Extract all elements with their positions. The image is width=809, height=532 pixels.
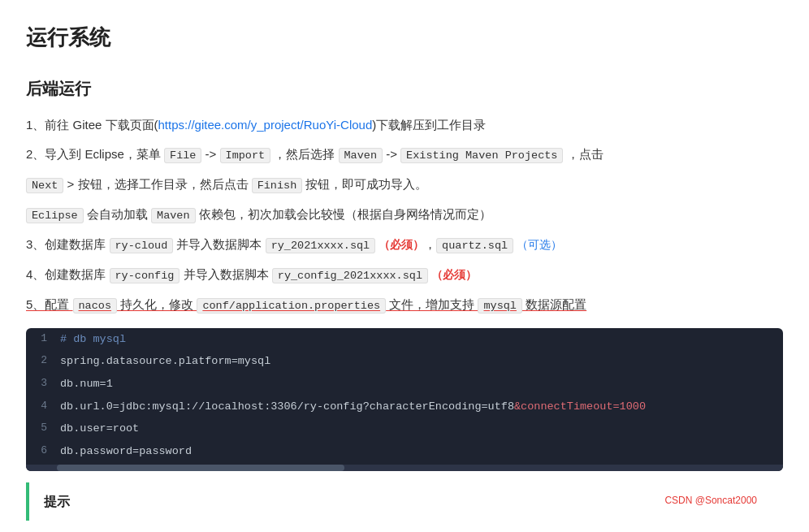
item2-code-existing: Existing Maven Projects — [400, 148, 563, 163]
code-line-6: 6 db.password=password — [26, 440, 783, 463]
item5-code2: conf/application.properties — [197, 298, 386, 314]
item3-code3: quartz.sql — [436, 238, 513, 253]
item2-code-import: Import — [220, 148, 271, 163]
item3-code1: ry-cloud — [110, 238, 174, 253]
item5-mid2: 文件，增加支持 — [386, 297, 478, 311]
code-block: 1 # db mysql 2 spring.datasource.platfor… — [26, 328, 783, 471]
section-heading: 后端运行 — [26, 75, 783, 102]
csdn-badge: CSDN @Soncat2000 — [664, 492, 757, 508]
item-4: 4、创建数据库 ry-config 并导入数据脚本 ry_config_2021… — [26, 263, 783, 287]
code-scrollbar[interactable] — [26, 465, 783, 471]
item-2-line2: Next > 按钮，选择工作目录，然后点击 Finish 按钮，即可成功导入。 — [26, 173, 783, 197]
item1-prefix: 1、前往 Gitee 下载页面( — [26, 118, 158, 132]
line-num-3: 3 — [26, 373, 57, 396]
item2-code-finish: Finish — [252, 178, 303, 193]
item5-prefix: 5、配置 — [26, 297, 73, 311]
code-line-1: 1 # db mysql — [26, 328, 783, 351]
page-wrapper: 运行系统 后端运行 1、前往 Gitee 下载页面(https://gitee.… — [26, 19, 783, 523]
item3-required: （必须） — [375, 238, 424, 251]
item3-comma: ， — [424, 237, 436, 251]
item4-required: （必须） — [428, 268, 477, 281]
line-code-2: spring.datasource.platform=mysql — [57, 350, 783, 373]
line-num-5: 5 — [26, 417, 57, 440]
item2-text1: 2、导入到 Eclipse，菜单 — [26, 147, 164, 161]
item4-code2: ry_config_2021xxxx.sql — [272, 268, 428, 283]
item2-arrow1: -> — [201, 147, 219, 161]
item4-prefix: 4、创建数据库 — [26, 267, 110, 281]
line-num-4: 4 — [26, 396, 57, 418]
code-line-5: 5 db.user=root — [26, 417, 783, 440]
item3-mid: 并导入数据脚本 — [173, 237, 265, 251]
line-num-1: 1 — [26, 328, 57, 351]
item2-arrow2: -> — [383, 147, 400, 161]
code-line-4: 4 db.url.0=jdbc:mysql://localhost:3306/r… — [26, 396, 783, 418]
line-code-1: # db mysql — [57, 328, 783, 351]
item2-code-eclipse: Eclipse — [26, 208, 84, 223]
item2-text2: ，然后选择 — [270, 147, 338, 161]
item2-text3: ，点击 — [563, 147, 603, 161]
item5-code3: mysql — [478, 298, 522, 314]
item2-gt: > 按钮，选择工作目录，然后点击 — [63, 177, 251, 191]
line-code-5: db.user=root — [57, 417, 783, 440]
item-5: 5、配置 nacos 持久化，修改 conf/application.prope… — [26, 293, 783, 317]
hint-label: 提示 — [44, 491, 70, 513]
item5-suffix: 数据源配置 — [522, 297, 586, 311]
code-line-2: 2 spring.datasource.platform=mysql — [26, 350, 783, 373]
item-2-line3: Eclipse 会自动加载 Maven 依赖包，初次加载会比较慢（根据自身网络情… — [26, 203, 783, 227]
line-code-3: db.num=1 — [57, 373, 783, 396]
line-num-6: 6 — [26, 440, 57, 463]
line-code-4: db.url.0=jdbc:mysql://localhost:3306/ry-… — [57, 396, 783, 418]
item2-code-maven: Maven — [339, 148, 383, 163]
item3-optional: （可选） — [513, 238, 562, 251]
line-num-2: 2 — [26, 350, 57, 373]
item5-code1: nacos — [73, 298, 118, 314]
item2-code-file: File — [164, 148, 201, 163]
item2-deps: 依赖包，初次加载会比较慢（根据自身网络情况而定） — [196, 207, 491, 221]
item1-link[interactable]: https://gitee.com/y_project/RuoYi-Cloud — [158, 118, 373, 132]
item1-suffix: )下载解压到工作目录 — [372, 118, 486, 132]
item2-code-maven2: Maven — [151, 208, 196, 223]
item-1: 1、前往 Gitee 下载页面(https://gitee.com/y_proj… — [26, 114, 783, 136]
item-3: 3、创建数据库 ry-cloud 并导入数据脚本 ry_2021xxxx.sql… — [26, 233, 783, 257]
item3-code2: ry_2021xxxx.sql — [266, 238, 376, 253]
item2-finish-suffix: 按钮，即可成功导入。 — [302, 177, 427, 191]
page-title: 运行系统 — [26, 19, 783, 60]
code-table: 1 # db mysql 2 spring.datasource.platfor… — [26, 328, 783, 463]
item5-mid1: 持久化，修改 — [117, 297, 197, 311]
line-code-6: db.password=password — [57, 440, 783, 463]
item-2: 2、导入到 Eclipse，菜单 File -> Import ，然后选择 Ma… — [26, 143, 783, 167]
item4-code1: ry-config — [110, 268, 180, 283]
item4-mid: 并导入数据脚本 — [180, 267, 271, 281]
code-scrollbar-thumb — [57, 465, 344, 471]
item2-code-next: Next — [26, 178, 63, 193]
code-line-3: 3 db.num=1 — [26, 373, 783, 396]
item2-auto-load: 会自动加载 — [84, 207, 151, 221]
item3-prefix: 3、创建数据库 — [26, 237, 110, 251]
